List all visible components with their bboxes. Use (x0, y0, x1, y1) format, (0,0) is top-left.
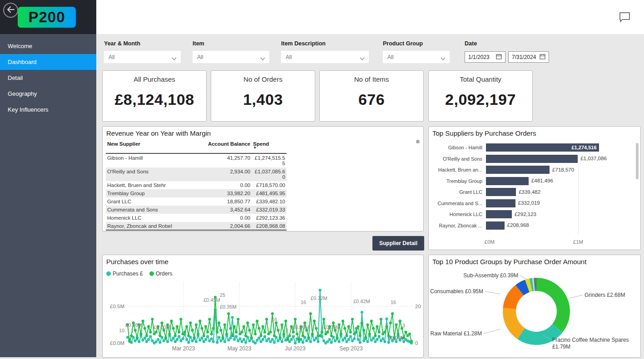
purchases-over-time-card: Purchases over time Purchases £ Orders £… (102, 255, 424, 358)
chevron-down-icon (360, 55, 365, 62)
bar-category-label: Raynor, Zboncak ... (429, 223, 486, 228)
revenue-table: New Supplier Account Balance Spend▼ Gibs… (106, 139, 287, 230)
donut-slice-raw-material[interactable] (510, 309, 521, 334)
table-row[interactable]: Gibson - Hamill41,257.70£1,274,515.55 (106, 153, 287, 167)
bar[interactable] (486, 188, 516, 196)
kpi-value: 2,092,197 (429, 91, 532, 108)
bar-axis-tick-1: £1M (567, 239, 589, 245)
top-bar (96, 0, 644, 34)
bar-value-label: £1,274,516 (571, 145, 596, 150)
date-start-input[interactable]: 1/1/2023 (465, 51, 505, 63)
top-suppliers-title: Top Suppliers by Purchase Orders (432, 129, 536, 137)
bar[interactable] (486, 177, 529, 185)
bar[interactable] (486, 166, 550, 174)
svg-text:3: 3 (402, 323, 405, 328)
donut-slice-other-small-2[interactable] (531, 285, 533, 285)
svg-text:£0.5M: £0.5M (110, 304, 124, 309)
item-dropdown[interactable]: All (193, 51, 269, 63)
revenue-card-title: Revenue Year on Year with Margin (106, 129, 211, 137)
table-row[interactable]: Homenick LLC0.00£292,123.36 (106, 214, 287, 222)
donut-slice-consumables[interactable] (510, 290, 520, 308)
comment-icon[interactable] (619, 11, 632, 24)
col-header-account-balance[interactable]: Account Balance (196, 139, 252, 153)
bar-value-label: £481,496 (531, 178, 553, 183)
table-row[interactable]: Grant LLC18,850.77£339,482.10 (106, 197, 287, 206)
app-logo: P200 (18, 7, 76, 28)
scroll-indicator-dot[interactable] (416, 140, 420, 143)
year-month-value: All (109, 54, 114, 60)
table-row[interactable]: Raynor, Zboncak and Robel2,004.66£208,96… (106, 222, 287, 230)
purchases-over-time-chart[interactable]: £0.5M£0.0M200Mar 2023May 2023Jul 2023Sep… (103, 255, 424, 358)
filter-label-year-month: Year & Month (104, 40, 140, 47)
kpi-card-total-quantity: Total Quantity2,092,197 (428, 70, 533, 122)
kpi-card-no-of-items: No of Items676 (319, 70, 424, 122)
dashboard-page: P200 WelcomeDashboardDetailGeographyKey … (0, 0, 644, 359)
col-header-new-supplier[interactable]: New Supplier (106, 139, 196, 153)
table-row[interactable]: Hackett, Bruen and Stehr0.00£718,570.00 (106, 181, 287, 189)
svg-text:20: 20 (415, 304, 421, 309)
bar-value-label: £718,570 (552, 167, 574, 172)
svg-text:£0.45M: £0.45M (203, 297, 220, 303)
svg-text:£0.08M: £0.08M (125, 322, 142, 328)
product-groups-donut-chart[interactable]: Sub-Assembly £0.39MConsumables £0.95MRaw… (429, 255, 641, 358)
sidebar-item-detail[interactable]: Detail (0, 70, 96, 86)
kpi-title: No of Orders (211, 75, 315, 83)
svg-text:£0.35M: £0.35M (220, 304, 237, 310)
bar-row: Cummerata and S...£332,019 (429, 198, 633, 209)
item-description-value: All (286, 54, 292, 60)
bar[interactable] (486, 221, 505, 230)
svg-text:£0.72M: £0.72M (311, 295, 327, 301)
bar[interactable] (486, 199, 515, 207)
kpi-title: No of Items (320, 75, 423, 83)
year-month-dropdown[interactable]: All (104, 51, 181, 63)
bar-category-label: Gibson - Hamill (429, 145, 486, 150)
bar-value-label: £332,019 (518, 200, 540, 206)
bar-row: O'Reilly and Sons£1,037,086 (429, 153, 633, 165)
table-row[interactable]: O'Reilly and Sons2,934.00£1,037,085.60 (106, 167, 287, 181)
table-row[interactable]: Tremblay Group33,982.20£481,495.95 (106, 189, 287, 197)
date-start-value: 1/1/2023 (468, 54, 490, 60)
date-end-value: 7/31/2024 (512, 54, 536, 60)
item-description-dropdown[interactable]: All (281, 51, 369, 63)
donut-slice-other-small-1[interactable] (527, 285, 531, 286)
svg-text:£0.42M: £0.42M (353, 299, 370, 304)
scrollbar-thumb[interactable] (636, 143, 639, 179)
product-groups-donut-card: Top 10 Product Groups by Purchase Order … (428, 255, 641, 358)
sidebar: P200 WelcomeDashboardDetailGeographyKey … (0, 0, 96, 357)
bar[interactable] (486, 155, 578, 163)
sidebar-logo-area: P200 (0, 0, 96, 34)
kpi-value: 1,403 (211, 91, 315, 108)
bars-area: Gibson - Hamill£1,274,516O'Reilly and So… (429, 142, 633, 231)
bar-row: Grant LLC£339,482 (429, 187, 633, 198)
supplier-detail-button[interactable]: Supplier Detail (372, 236, 424, 251)
product-group-value: All (387, 54, 393, 60)
table-row[interactable]: Cummerata and Sons3,452.64£332,019.33 (106, 206, 287, 214)
svg-text:£0.00M: £0.00M (292, 325, 309, 330)
main-area: Year & Month All Item All Item Descripti… (96, 0, 644, 359)
date-end-input[interactable]: 7/31/2024 (508, 51, 549, 63)
donut-slice-grinders[interactable] (536, 285, 563, 329)
donut-slice-sub-assembly[interactable] (520, 286, 527, 290)
top-suppliers-card: Top Suppliers by Purchase Orders Gibson … (428, 126, 641, 250)
sidebar-item-geography[interactable]: Geography (0, 86, 96, 102)
product-group-dropdown[interactable]: All (383, 51, 450, 63)
svg-text:Sub-Assembly £0.39M: Sub-Assembly £0.39M (463, 272, 518, 279)
calendar-icon (496, 54, 502, 61)
chevron-down-icon (260, 55, 265, 62)
bar-category-label: Tremblay Group (429, 178, 486, 184)
filter-label-item: Item (193, 40, 204, 47)
sidebar-item-dashboard[interactable]: Dashboard (0, 54, 96, 70)
col-header-spend[interactable]: Spend▼ (252, 139, 287, 153)
chevron-down-icon (441, 55, 446, 62)
sidebar-item-welcome[interactable]: Welcome (0, 38, 96, 54)
bar-row: Tremblay Group£481,496 (429, 176, 633, 187)
back-button[interactable] (3, 3, 18, 18)
svg-text:16: 16 (391, 300, 396, 305)
bar-value-label: £208,968 (507, 222, 529, 228)
svg-text:£0.00M: £0.00M (323, 325, 340, 330)
sidebar-item-key-influencers[interactable]: Key Influencers (0, 102, 96, 118)
filter-label-date: Date (465, 40, 477, 47)
bar-category-label: Cummerata and S... (429, 201, 486, 206)
bar[interactable] (486, 210, 512, 218)
kpi-title: All Purchases (103, 75, 206, 83)
